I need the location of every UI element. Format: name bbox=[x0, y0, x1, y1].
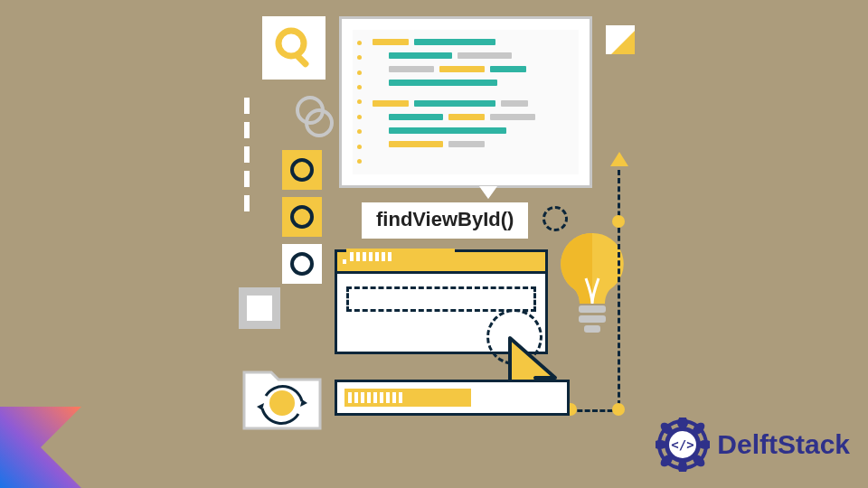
kotlin-logo-icon bbox=[0, 407, 81, 488]
brand-text: DelftStack bbox=[717, 429, 850, 460]
code-editor-panel bbox=[339, 16, 592, 188]
dashed-path-vertical bbox=[618, 170, 620, 414]
code-lines bbox=[373, 39, 571, 147]
svg-rect-21 bbox=[579, 315, 606, 323]
speech-pointer-icon bbox=[479, 186, 497, 199]
overlap-circles-icon bbox=[294, 94, 335, 141]
dashed-input-field bbox=[346, 286, 536, 312]
ring-tile-1 bbox=[282, 150, 322, 190]
tick-marks bbox=[244, 98, 250, 211]
ring-tile-3 bbox=[282, 244, 322, 284]
arrowhead-up-icon bbox=[610, 152, 628, 166]
ring-tile-2 bbox=[282, 197, 322, 237]
lower-progress-bar bbox=[335, 380, 570, 416]
lightbulb-icon bbox=[552, 224, 633, 351]
illustration-stage: findViewById() bbox=[244, 16, 678, 468]
layered-square-icon bbox=[239, 287, 280, 329]
brand-block: </> DelftStack bbox=[656, 418, 850, 472]
folder-refresh-icon bbox=[239, 351, 326, 437]
magnifier-icon bbox=[273, 25, 316, 72]
triangle-tile bbox=[606, 25, 635, 54]
svg-marker-0 bbox=[0, 407, 81, 488]
method-label: findViewById() bbox=[362, 202, 528, 239]
path-dot bbox=[612, 215, 625, 228]
svg-rect-20 bbox=[579, 305, 606, 313]
svg-point-13 bbox=[278, 31, 304, 56]
svg-rect-22 bbox=[584, 325, 600, 333]
search-tile bbox=[262, 16, 326, 80]
svg-point-17 bbox=[269, 390, 295, 416]
path-dot bbox=[612, 403, 625, 416]
progress-strip bbox=[346, 249, 455, 265]
